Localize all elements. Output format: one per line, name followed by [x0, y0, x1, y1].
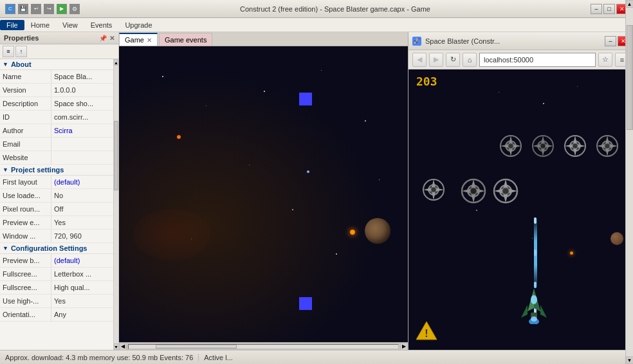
save-icon[interactable]: 💾: [18, 4, 28, 14]
prop-author-value[interactable]: Scirra: [51, 124, 113, 137]
tab-game-events-label: Game events: [165, 36, 206, 44]
prop-preview-browser-value[interactable]: (default): [51, 254, 113, 267]
tab-game-close[interactable]: ✕: [147, 37, 152, 44]
player-object-2[interactable]: [299, 297, 312, 310]
prop-window-value[interactable]: 720, 960: [51, 230, 113, 242]
browser-scrollbar[interactable]: ▲ ▼: [625, 69, 633, 350]
restore-button[interactable]: □: [603, 4, 615, 14]
br-star-6: [532, 238, 533, 239]
properties-scrollbar[interactable]: ▲ ▼: [113, 59, 118, 350]
section-project[interactable]: ▼ Project settings: [0, 165, 113, 176]
scroll-up-arrow[interactable]: ▲: [114, 59, 118, 66]
scrollbar-track-h[interactable]: [128, 344, 399, 349]
prop-website-value[interactable]: [51, 151, 113, 164]
browser-game-content[interactable]: 203: [408, 69, 633, 350]
scrollbar-thumb-h[interactable]: [156, 345, 237, 349]
minimize-button[interactable]: –: [591, 4, 602, 14]
prop-pixel-rounding: Pixel roun... Off: [0, 203, 113, 216]
prop-desc-value[interactable]: Space sho...: [51, 97, 113, 110]
expand-project-icon: ▼: [3, 167, 8, 173]
game-canvas[interactable]: [119, 46, 408, 342]
properties-title: Properties: [4, 34, 39, 42]
title-bar-left: C 💾 ↩ ↪ ▶ ⚙: [5, 4, 80, 14]
menu-events[interactable]: Events: [84, 20, 119, 30]
prop-high-dpi-value[interactable]: Yes: [51, 295, 113, 307]
menu-upgrade[interactable]: Upgrade: [118, 20, 158, 30]
prop-use-loader: Use loade... No: [0, 189, 113, 203]
properties-header: Properties 📌 ✕: [0, 32, 118, 44]
back-button[interactable]: ◀: [412, 53, 427, 67]
enemy-3: [563, 134, 587, 158]
browser-scroll-thumb[interactable]: [627, 69, 633, 130]
prop-id-value[interactable]: com.scirr...: [51, 111, 113, 123]
enemy-2: [531, 134, 555, 158]
bookmark-button[interactable]: ☆: [598, 53, 612, 67]
browser-minimize[interactable]: –: [605, 36, 616, 46]
prop-fullscreen-quality-value[interactable]: High qual...: [51, 281, 113, 294]
refresh-button[interactable]: ↻: [446, 53, 460, 67]
canvas-scrollbar-horizontal[interactable]: ◀ ▶: [119, 342, 408, 350]
prop-version-value[interactable]: 1.0.0.0: [51, 84, 113, 96]
expand-about-icon: ▼: [3, 61, 8, 68]
prop-first-layout-value[interactable]: (default): [51, 176, 113, 188]
prop-fullscreen-value[interactable]: Letterbox ...: [51, 268, 113, 280]
br-star-5: [476, 210, 477, 211]
prop-website-label: Website: [0, 151, 51, 164]
menu-file[interactable]: File: [0, 20, 24, 30]
warning-icon: !: [415, 319, 438, 342]
star-2: [206, 105, 206, 106]
svg-point-8: [573, 143, 578, 149]
bullet-2: [534, 250, 537, 256]
player-object[interactable]: [299, 93, 312, 105]
redo-icon[interactable]: ↪: [44, 4, 54, 14]
prop-use-high-dpi: Use high-... Yes: [0, 295, 113, 308]
tab-game-events[interactable]: Game events: [159, 33, 212, 46]
prop-id: ID com.scirr...: [0, 111, 113, 124]
scroll-down-arrow[interactable]: ▼: [114, 343, 118, 350]
prop-pixel-value[interactable]: Off: [51, 203, 113, 215]
prop-description: Description Space sho...: [0, 97, 113, 111]
settings-icon[interactable]: ⚙: [69, 4, 80, 14]
tab-game-label: Game: [125, 36, 144, 44]
prop-fullscreen-quality-label: Fullscree...: [0, 281, 51, 294]
prop-orientation: Orientati... Any: [0, 308, 113, 322]
forward-button[interactable]: ▶: [429, 53, 443, 67]
prop-name-value[interactable]: Space Bla...: [51, 70, 113, 83]
tab-game[interactable]: Game ✕: [119, 33, 158, 46]
properties-header-icons: 📌 ✕: [99, 35, 115, 42]
section-config[interactable]: ▼ Configuration Settings: [0, 243, 113, 254]
pin-icon[interactable]: 📌: [99, 35, 107, 42]
svg-text:!: !: [425, 328, 428, 339]
play-icon[interactable]: ▶: [57, 4, 67, 14]
section-about-label: About: [11, 60, 32, 68]
orange-star: [177, 135, 181, 139]
svg-point-11: [605, 143, 610, 149]
planet: [365, 218, 390, 244]
prop-preview-value[interactable]: Yes: [51, 216, 113, 229]
undo-icon[interactable]: ↩: [31, 4, 41, 14]
scroll-track: [114, 66, 118, 343]
close-properties-icon[interactable]: ✕: [109, 35, 115, 42]
sort-order-btn[interactable]: ↑: [15, 46, 27, 57]
browser-toolbar: ◀ ▶ ↻ ⌂ localhost:50000 ☆ ≡: [408, 50, 633, 69]
star-5: [365, 120, 366, 122]
prop-email-value[interactable]: [51, 138, 113, 150]
scroll-thumb[interactable]: [114, 121, 118, 190]
home-button[interactable]: ⌂: [463, 53, 477, 67]
scroll-left-btn[interactable]: ◀: [119, 343, 127, 350]
prop-orientation-value[interactable]: Any: [51, 308, 113, 321]
br-planet: [610, 232, 623, 245]
prop-name: Name Space Bla...: [0, 70, 113, 84]
address-bar[interactable]: localhost:50000: [479, 53, 596, 67]
browser-title-text: Space Blaster (Constr...: [425, 37, 500, 45]
prop-use-loader-value[interactable]: No: [51, 189, 113, 202]
menu-view[interactable]: View: [56, 20, 84, 30]
sort-alpha-btn[interactable]: ≡: [3, 46, 14, 57]
br-star-4: [577, 86, 578, 87]
scroll-right-btn[interactable]: ▶: [400, 343, 408, 350]
prop-high-dpi-label: Use high-...: [0, 295, 51, 307]
section-about[interactable]: ▼ About: [0, 59, 113, 70]
address-text: localhost:50000: [484, 56, 533, 64]
svg-point-5: [540, 143, 546, 149]
menu-home[interactable]: Home: [24, 20, 56, 30]
